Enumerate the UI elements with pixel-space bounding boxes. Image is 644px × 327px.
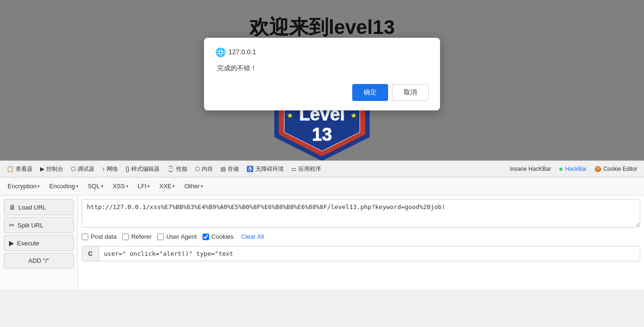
encoding-menu[interactable]: Encoding ▾ xyxy=(45,181,82,192)
network-label: 网络 xyxy=(107,165,118,173)
xss-chevron: ▾ xyxy=(126,184,128,189)
hackbar-toolbar: Encryption ▾ Encoding ▾ SQL ▾ XSS ▾ LFI … xyxy=(0,177,644,195)
user-agent-label: User Agent xyxy=(166,233,196,240)
load-url-icon: 🖥 xyxy=(9,203,16,211)
accessibility-icon: ♿ xyxy=(246,166,254,172)
devtools-inspector[interactable]: 📋 查看器 xyxy=(4,163,35,175)
cookies-checkbox[interactable] xyxy=(203,234,209,240)
execute-button[interactable]: ▶ Execute xyxy=(4,235,74,251)
execute-label: Execute xyxy=(17,240,39,247)
load-url-label: Load URL xyxy=(18,204,46,211)
xss-label: XSS xyxy=(113,183,125,190)
svg-text:★: ★ xyxy=(350,111,357,119)
svg-text:13: 13 xyxy=(312,125,332,144)
dialog-message: 完成的不错！ xyxy=(217,64,429,73)
url-input[interactable] xyxy=(82,199,640,227)
encryption-label: Encryption xyxy=(8,183,36,190)
hackbar-main: 🖥 Load URL ✂ Split URL ▶ Execute ADD "/"… xyxy=(0,195,644,290)
style-editor-label: 样式编辑器 xyxy=(131,165,160,173)
cookies-option[interactable]: Cookies xyxy=(203,233,234,240)
devtools-application[interactable]: ⚏ 应用程序 xyxy=(288,163,324,175)
hackbar-ext[interactable]: ● HackBar xyxy=(556,163,590,175)
xxe-chevron: ▾ xyxy=(172,184,175,189)
xxe-menu[interactable]: XXE ▾ xyxy=(155,181,178,192)
devtools-debugger[interactable]: ⬡ 调试器 xyxy=(68,163,97,175)
other-menu[interactable]: Other ▾ xyxy=(180,181,207,192)
devtools-accessibility[interactable]: ♿ 无障碍环境 xyxy=(244,163,287,175)
other-label: Other xyxy=(184,183,200,190)
application-label: 应用程序 xyxy=(298,165,321,173)
devtools-storage[interactable]: ▤ 存储 xyxy=(218,163,242,175)
dialog-confirm-button[interactable]: 确定 xyxy=(352,84,388,101)
encoding-label: Encoding xyxy=(49,183,75,190)
load-url-button[interactable]: 🖥 Load URL xyxy=(4,199,74,215)
referer-label: Referer xyxy=(131,233,152,240)
user-agent-option[interactable]: User Agent xyxy=(157,233,196,240)
sql-label: SQL xyxy=(88,183,100,190)
hackbar-label: HackBar xyxy=(565,166,587,172)
devtools-console[interactable]: ▶ 控制台 xyxy=(37,163,66,175)
cookies-label: Cookies xyxy=(212,233,234,240)
clear-all-button[interactable]: Clear All xyxy=(241,233,264,240)
hackbar-dot-icon: ● xyxy=(559,165,563,173)
sql-chevron: ▾ xyxy=(101,184,103,189)
globe-icon: 🌐 xyxy=(215,47,225,57)
devtools-performance[interactable]: ⌚ 性能 xyxy=(164,163,190,175)
inspector-label: 查看器 xyxy=(16,165,33,173)
split-url-button[interactable]: ✂ Split URL xyxy=(4,217,74,233)
add-slash-label: ADD "/" xyxy=(28,257,49,264)
dialog-header: 🌐 127.0.0.1 xyxy=(215,47,429,57)
split-url-icon: ✂ xyxy=(9,221,15,229)
inspector-icon: 📋 xyxy=(7,166,14,172)
console-icon: ▶ xyxy=(40,166,44,172)
devtools-style-editor[interactable]: {} 样式编辑器 xyxy=(123,163,162,175)
user-agent-checkbox[interactable] xyxy=(157,234,164,240)
xxe-label: XXE xyxy=(159,183,171,190)
sql-menu[interactable]: SQL ▾ xyxy=(84,181,107,192)
svg-text:★: ★ xyxy=(287,111,293,119)
accessibility-label: 无障碍环境 xyxy=(255,165,284,173)
performance-icon: ⌚ xyxy=(167,166,174,172)
cookie-editor-label: Cookie Editor xyxy=(603,166,637,172)
lfi-chevron: ▾ xyxy=(147,184,150,189)
referer-option[interactable]: Referer xyxy=(122,233,152,240)
post-data-checkbox[interactable] xyxy=(82,234,88,240)
browser-main: 欢迎来到level13 🌐 127.0.0.1 完成的不错！ 确定 取消 Lev… xyxy=(0,0,644,160)
options-row: Post data Referer User Agent Cookies Cle… xyxy=(82,231,640,242)
performance-label: 性能 xyxy=(176,165,187,173)
add-slash-button[interactable]: ADD "/" xyxy=(4,253,74,268)
storage-label: 存储 xyxy=(228,165,239,173)
browser-dialog: 🌐 127.0.0.1 完成的不错！ 确定 取消 xyxy=(204,38,440,110)
execute-icon: ▶ xyxy=(9,239,14,247)
devtools-bar: 📋 查看器 ▶ 控制台 ⬡ 调试器 ↕ 网络 {} 样式编辑器 ⌚ 性能 ⬡ 内… xyxy=(0,160,644,177)
lfi-menu[interactable]: LFI ▾ xyxy=(134,181,154,192)
encryption-menu[interactable]: Encryption ▾ xyxy=(4,181,43,192)
application-icon: ⚏ xyxy=(291,166,297,172)
encryption-chevron: ▾ xyxy=(37,184,40,189)
storage-icon: ▤ xyxy=(220,166,226,172)
dialog-buttons: 确定 取消 xyxy=(215,84,429,101)
referer-checkbox[interactable] xyxy=(122,234,129,240)
debugger-icon: ⬡ xyxy=(71,166,76,172)
network-icon: ↕ xyxy=(102,166,105,172)
devtools-memory[interactable]: ⬡ 内存 xyxy=(192,163,216,175)
devtools-network[interactable]: ↕ 网络 xyxy=(99,163,121,175)
insane-hackbar-ext[interactable]: Insane HacKBar xyxy=(507,164,554,174)
post-data-option[interactable]: Post data xyxy=(82,233,117,240)
post-data-label: Post data xyxy=(91,233,117,240)
lfi-label: LFI xyxy=(138,183,147,190)
cookie-editor-ext[interactable]: 🍪 Cookie Editor xyxy=(592,164,640,174)
style-editor-icon: {} xyxy=(126,166,129,172)
debugger-label: 调试器 xyxy=(77,165,94,173)
xss-menu[interactable]: XSS ▾ xyxy=(109,181,132,192)
other-chevron: ▾ xyxy=(201,184,203,189)
cookie-prefix: C xyxy=(82,246,99,261)
encoding-chevron: ▾ xyxy=(76,184,78,189)
dialog-cancel-button[interactable]: 取消 xyxy=(392,84,429,101)
cookie-input[interactable] xyxy=(99,246,640,261)
split-url-label: Split URL xyxy=(17,222,43,229)
hackbar-content: Post data Referer User Agent Cookies Cle… xyxy=(78,195,644,290)
insane-hackbar-label: Insane HacKBar xyxy=(510,166,551,172)
cookie-row: C xyxy=(82,246,640,261)
hackbar-sidebar: 🖥 Load URL ✂ Split URL ▶ Execute ADD "/" xyxy=(0,195,78,290)
